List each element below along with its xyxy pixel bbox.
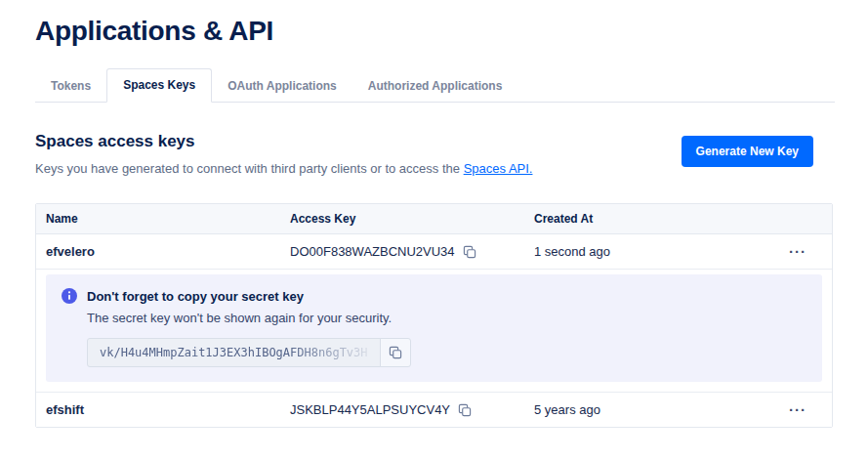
- access-key-value: DO00F838WAZBCNU2VU34: [290, 244, 455, 259]
- spaces-keys-table: Name Access Key Created At efvelero DO00…: [35, 203, 833, 428]
- copy-icon: [389, 346, 402, 359]
- section-description-text: Keys you have generated to connect with …: [35, 161, 464, 176]
- column-header-actions: [764, 211, 832, 227]
- copy-access-key-button[interactable]: [463, 245, 476, 259]
- spaces-keys-section-header: Spaces access keys Keys you have generat…: [35, 132, 833, 176]
- secret-key-callout-row: Don't forget to copy your secret key The…: [36, 270, 832, 393]
- table-row: efshift JSKBLP44Y5ALPSUYCV4Y 5 years ago…: [36, 393, 832, 427]
- tab-spaces-keys[interactable]: Spaces Keys: [106, 68, 212, 103]
- tab-tokens[interactable]: Tokens: [35, 70, 106, 103]
- table-row: efvelero DO00F838WAZBCNU2VU34 1 second a…: [36, 234, 832, 270]
- page-title: Applications & API: [35, 16, 833, 47]
- secret-key-field: vk/H4u4MHmpZait1J3EX3hIBOgAFDH8n6gTv3H: [87, 338, 411, 367]
- callout-header: Don't forget to copy your secret key: [62, 288, 806, 304]
- info-icon: [62, 288, 77, 304]
- row-actions-cell: ···: [764, 394, 832, 427]
- tab-authorized-applications[interactable]: Authorized Applications: [352, 70, 518, 103]
- copy-secret-key-button[interactable]: [380, 338, 411, 367]
- column-header-access-key: Access Key: [280, 204, 524, 233]
- applications-api-page: Applications & API Tokens Spaces Keys OA…: [0, 16, 868, 428]
- section-header-text: Spaces access keys Keys you have generat…: [35, 132, 532, 176]
- column-header-created-at: Created At: [524, 204, 764, 233]
- copy-icon: [458, 403, 472, 417]
- secret-key-callout: Don't forget to copy your secret key The…: [46, 274, 822, 382]
- callout-title: Don't forget to copy your secret key: [87, 289, 304, 304]
- tab-bar: Tokens Spaces Keys OAuth Applications Au…: [35, 68, 835, 103]
- secret-key-value: vk/H4u4MHmpZait1J3EX3hIBOgAFDH8n6gTv3H: [100, 346, 368, 359]
- access-key-value: JSKBLP44Y5ALPSUYCV4Y: [290, 402, 450, 417]
- callout-body: The secret key won't be shown again for …: [87, 311, 806, 325]
- spaces-api-link[interactable]: Spaces API.: [464, 161, 533, 176]
- row-menu-button[interactable]: ···: [785, 245, 810, 259]
- row-menu-button[interactable]: ···: [785, 403, 810, 417]
- section-title: Spaces access keys: [35, 132, 532, 151]
- created-at: 5 years ago: [524, 393, 764, 427]
- created-at: 1 second ago: [524, 234, 764, 269]
- key-name: efvelero: [36, 234, 280, 269]
- tab-oauth-applications[interactable]: OAuth Applications: [212, 70, 352, 103]
- column-header-name: Name: [36, 204, 280, 233]
- copy-icon: [463, 245, 476, 259]
- access-key-cell: JSKBLP44Y5ALPSUYCV4Y: [280, 393, 524, 427]
- copy-access-key-button[interactable]: [458, 403, 472, 417]
- table-header-row: Name Access Key Created At: [36, 204, 832, 234]
- generate-new-key-button[interactable]: Generate New Key: [682, 136, 813, 167]
- section-description: Keys you have generated to connect with …: [35, 161, 532, 176]
- secret-key-box: vk/H4u4MHmpZait1J3EX3hIBOgAFDH8n6gTv3H: [87, 338, 381, 367]
- access-key-cell: DO00F838WAZBCNU2VU34: [280, 234, 524, 269]
- key-name: efshift: [36, 393, 280, 427]
- row-actions-cell: ···: [764, 235, 832, 269]
